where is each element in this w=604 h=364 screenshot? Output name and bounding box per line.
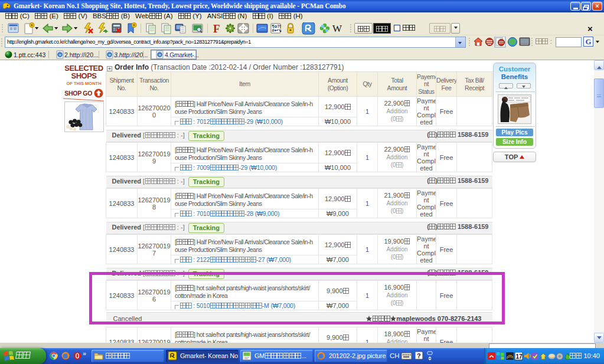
svg-text:W: W <box>332 23 342 34</box>
svg-text:?: ? <box>417 352 421 359</box>
svg-text:F: F <box>213 22 220 35</box>
svg-text:17: 17 <box>516 353 523 360</box>
svg-text:#↩↘: #↩↘ <box>272 28 282 33</box>
